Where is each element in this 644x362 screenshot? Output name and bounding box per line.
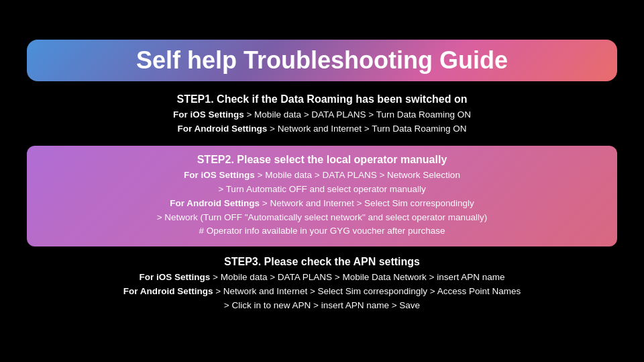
step1-ios-label: For iOS Settings [173, 109, 244, 120]
step3-line3: > Click in to new APN > insert APN name … [27, 299, 617, 313]
step2-section: STEP2. Please select the local operator … [27, 146, 617, 247]
step3-title: STEP3. Please check the APN settings [27, 256, 617, 268]
step1-title: STEP1. Check if the Data Roaming has bee… [27, 93, 617, 105]
step3-section: STEP3. Please check the APN settings For… [27, 256, 617, 313]
step1-android-label: For Android Settings [178, 124, 268, 134]
step2-ios-text: > Mobile data > DATA PLANS > Network Sel… [255, 170, 460, 180]
step3-line1: For iOS Settings > Mobile data > DATA PL… [27, 271, 617, 285]
step3-android-text: > Network and Internet > Select Sim corr… [213, 286, 521, 296]
step3-android-label: For Android Settings [123, 286, 213, 296]
step2-android-text: > Network and Internet > Select Sim corr… [260, 198, 474, 208]
step3-ios-text: > Mobile data > DATA PLANS > Mobile Data… [210, 272, 504, 282]
step1-section: STEP1. Check if the Data Roaming has bee… [27, 93, 617, 136]
step3-ios-label: For iOS Settings [140, 272, 211, 282]
step2-line3: For Android Settings > Network and Inter… [40, 197, 604, 211]
step1-ios-text: > Mobile data > DATA PLANS > Turn Data R… [244, 109, 471, 120]
step2-title: STEP2. Please select the local operator … [40, 154, 604, 166]
step1-line2: For Android Settings > Network and Inter… [27, 122, 617, 136]
step2-line2: > Turn Automatic OFF and select operator… [40, 183, 604, 197]
step2-android-label: For Android Settings [170, 198, 260, 208]
step3-line2: For Android Settings > Network and Inter… [27, 285, 617, 299]
step2-line1: For iOS Settings > Mobile data > DATA PL… [40, 169, 604, 183]
step1-android-text: > Network and Internet > Turn Data Roami… [267, 124, 466, 134]
step2-line4: > Network (Turn OFF "Automatically selec… [40, 211, 604, 225]
step1-line1: For iOS Settings > Mobile data > DATA PL… [27, 108, 617, 122]
title-banner: Self help Troubleshooting Guide [27, 40, 617, 81]
step2-line5: # Operator info available in your GYG vo… [40, 224, 604, 238]
step2-ios-label: For iOS Settings [184, 170, 255, 180]
main-title: Self help Troubleshooting Guide [136, 46, 508, 74]
